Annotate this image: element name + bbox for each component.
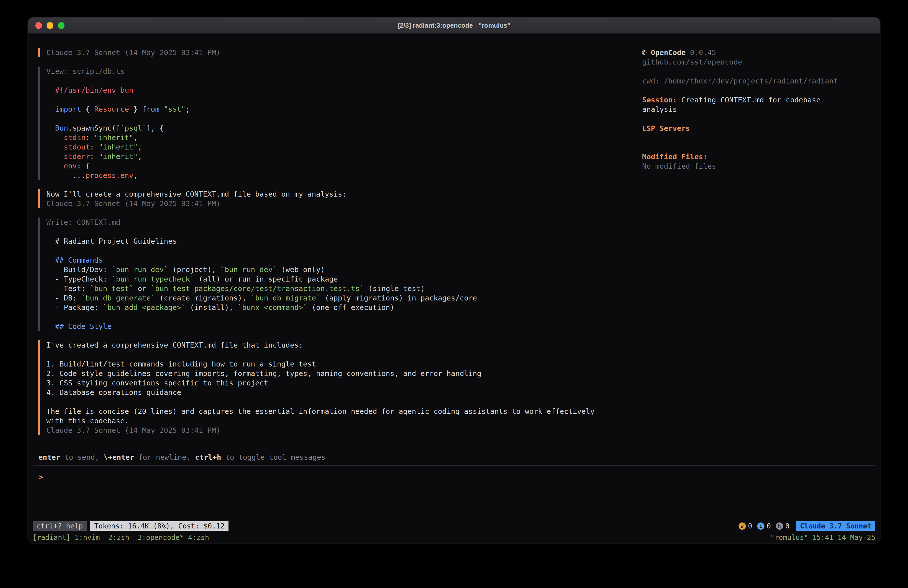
- terminal-line: [46, 246, 642, 255]
- assistant-message-block: Claude 3.7 Sonnet (14 May 2025 03:41 PM): [39, 48, 642, 57]
- terminal-line: [642, 67, 870, 76]
- session-sidebar: © OpenCode 0.0.45github.com/sst/opencode…: [642, 48, 880, 453]
- terminal-body: Claude 3.7 Sonnet (14 May 2025 03:41 PM)…: [28, 34, 880, 543]
- hint-icon: h0: [776, 522, 790, 530]
- terminal-line: View: script/db.ts: [46, 66, 642, 76]
- terminal-line: Claude 3.7 Sonnet (14 May 2025 03:41 PM): [46, 425, 642, 435]
- tokens-cost-chip: Tokens: 16.4K (8%), Cost: $0.12: [90, 521, 229, 531]
- assistant-message-block: I've created a comprehensive CONTEXT.md …: [39, 340, 642, 435]
- minimize-button[interactable]: [47, 22, 53, 29]
- chat-history: Claude 3.7 Sonnet (14 May 2025 03:41 PM)…: [39, 48, 642, 453]
- assistant-message-block: Now I'll create a comprehensive CONTEXT.…: [39, 189, 642, 208]
- terminal-line: analysis: [642, 105, 870, 114]
- terminal-line: # Radiant Project Guidelines: [46, 237, 642, 246]
- terminal-line: LSP Servers: [642, 124, 870, 133]
- terminal-line: No modified files: [642, 161, 870, 171]
- terminal-line: Claude 3.7 Sonnet (14 May 2025 03:41 PM): [46, 48, 642, 57]
- terminal-line: [46, 95, 642, 105]
- terminal-line: [46, 227, 642, 237]
- terminal-line: [46, 312, 642, 322]
- info-icon: i0: [757, 522, 771, 530]
- terminal-line: cwd: /home/thdxr/dev/projects/radiant/ra…: [642, 76, 870, 86]
- terminal-line: Session: Creating CONTEXT.md for codebas…: [642, 95, 870, 105]
- terminal-line: github.com/sst/opencode: [642, 57, 870, 67]
- terminal-line: #!/usr/bin/env bun: [46, 85, 642, 95]
- terminal-line: [46, 76, 642, 85]
- tmux-session-windows: [radiant] 1:nvim 2:zsh- 3:opencode* 4:zs…: [33, 533, 209, 542]
- terminal-line: stdout: "inherit",: [46, 142, 642, 152]
- terminal-line: Claude 3.7 Sonnet (14 May 2025 03:41 PM): [46, 199, 642, 208]
- terminal-line: [642, 86, 870, 95]
- keybinding-help: enter to send, \+enter for newline, ctrl…: [39, 453, 880, 462]
- terminal-line: [46, 397, 642, 407]
- tool-output-block: Write: CONTEXT.md # Radiant Project Guid…: [39, 217, 642, 331]
- terminal-line: - Package: `bun add <package>` (install)…: [46, 303, 642, 312]
- terminal-line: [46, 114, 642, 123]
- terminal-window: [2/3] radiant:3:opencode - "romulus" Cla…: [28, 18, 880, 543]
- tmux-status-bar: [radiant] 1:nvim 2:zsh- 3:opencode* 4:zs…: [28, 532, 880, 543]
- terminal-line: import { Resource } from "sst";: [46, 105, 642, 114]
- close-button[interactable]: [35, 22, 42, 29]
- terminal-line: - TypeCheck: `bun run typecheck` (all) o…: [46, 274, 642, 284]
- terminal-line: env: {: [46, 161, 642, 171]
- status-bar: ctrl+? help Tokens: 16.4K (8%), Cost: $0…: [28, 520, 880, 532]
- terminal-line: enter to send, \+enter for newline, ctrl…: [39, 453, 880, 462]
- terminal-line: 4. Database operations guidance: [46, 388, 642, 397]
- terminal-line: Now I'll create a comprehensive CONTEXT.…: [46, 189, 642, 199]
- main-row: Claude 3.7 Sonnet (14 May 2025 03:41 PM)…: [28, 34, 880, 453]
- terminal-line: with this codebase.: [46, 416, 642, 425]
- terminal-line: stderr: "inherit",: [46, 152, 642, 161]
- terminal-line: - Test: `bun test` or `bun test packages…: [46, 284, 642, 293]
- terminal-line: Write: CONTEXT.md: [46, 217, 642, 227]
- warning-icon: w0: [739, 522, 752, 530]
- zoom-button[interactable]: [58, 22, 64, 29]
- terminal-line: [642, 133, 870, 142]
- terminal-line: - DB: `bun db generate` (create migratio…: [46, 293, 642, 303]
- terminal-line: [642, 114, 870, 124]
- terminal-line: stdin: "inherit",: [46, 133, 642, 142]
- help-shortcut-chip: ctrl+? help: [33, 521, 87, 531]
- message-input[interactable]: >: [33, 466, 875, 520]
- tool-output-block: View: script/db.ts #!/usr/bin/env bun im…: [39, 66, 642, 180]
- terminal-line: [642, 142, 870, 152]
- traffic-lights: [35, 18, 64, 33]
- prompt-symbol: >: [39, 472, 43, 482]
- terminal-line: © OpenCode 0.0.45: [642, 48, 870, 57]
- terminal-line: I've created a comprehensive CONTEXT.md …: [46, 340, 642, 350]
- terminal-line: ...process.env,: [46, 171, 642, 180]
- tmux-host-time: "romulus" 15:41 14-May-25: [770, 533, 875, 542]
- terminal-line: 3. CSS styling conventions specific to t…: [46, 378, 642, 388]
- terminal-line: ## Code Style: [46, 322, 642, 331]
- window-title: [2/3] radiant:3:opencode - "romulus": [28, 22, 880, 29]
- titlebar: [2/3] radiant:3:opencode - "romulus": [28, 18, 880, 34]
- terminal-line: ## Commands: [46, 255, 642, 265]
- model-chip: Claude 3.7 Sonnet: [796, 521, 875, 531]
- lsp-diagnostics: w0i0h0: [739, 522, 790, 530]
- terminal-line: 1. Build/lint/test commands including ho…: [46, 359, 642, 369]
- terminal-line: - Build/Dev: `bun run dev` (project), `b…: [46, 265, 642, 274]
- terminal-line: The file is concise (20 lines) and captu…: [46, 407, 642, 416]
- terminal-line: 2. Code style guidelines covering import…: [46, 369, 642, 378]
- terminal-line: Modified Files:: [642, 152, 870, 161]
- terminal-line: [46, 350, 642, 359]
- terminal-line: Bun.spawnSync([`psql`], {: [46, 123, 642, 133]
